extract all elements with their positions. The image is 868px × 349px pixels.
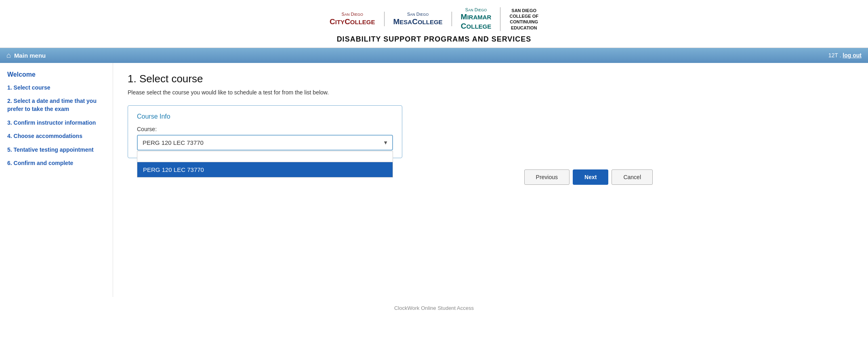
course-dropdown-list[interactable]: PERG 120 LEC 73770 — [137, 151, 393, 178]
navbar-user-label: 12T . — [828, 52, 841, 59]
navbar: ⌂ Main menu 12T . log out — [0, 48, 868, 63]
sidebar-item-step4[interactable]: 4. Choose accommodations — [7, 132, 105, 140]
sidebar-item-step5[interactable]: 5. Tentative testing appointment — [7, 146, 105, 154]
sidebar-item-step2[interactable]: 2. Select a date and time that you prefe… — [7, 97, 105, 113]
sidebar-item-step6[interactable]: 6. Confirm and complete — [7, 159, 105, 167]
header: SAN DIEGO CITYCOLLEGE SAN DIEGO MESACOLL… — [0, 0, 868, 48]
city-college-logo: SAN DIEGO CITYCOLLEGE — [321, 12, 384, 26]
page-description: Please select the course you would like … — [128, 89, 853, 96]
navbar-main-menu[interactable]: ⌂ Main menu — [6, 51, 46, 60]
course-label: Course: — [137, 126, 393, 132]
course-select-wrapper[interactable]: PERG 120 LEC 73770 ▼ PERG 120 LEC 73770 — [137, 135, 393, 150]
course-info-title: Course Info — [137, 113, 393, 120]
course-info-box: Course Info Course: PERG 120 LEC 73770 ▼… — [128, 105, 402, 158]
layout: Welcome 1. Select course 2. Select a dat… — [0, 63, 868, 297]
footer-text: ClockWork Online Student Access — [394, 305, 474, 311]
continuing-education-logo: SAN DIEGO COLLEGE OF CONTINUING EDUCATIO… — [500, 8, 547, 31]
sidebar: Welcome 1. Select course 2. Select a dat… — [0, 63, 113, 297]
page-title: 1. Select course — [128, 73, 853, 85]
navbar-menu-label: Main menu — [14, 52, 46, 59]
logout-link[interactable]: log out — [843, 52, 862, 59]
home-icon: ⌂ — [6, 51, 11, 60]
logos-row: SAN DIEGO CITYCOLLEGE SAN DIEGO MESACOLL… — [8, 7, 860, 31]
cancel-button[interactable]: Cancel — [612, 169, 653, 185]
dropdown-option-selected[interactable]: PERG 120 LEC 73770 — [137, 162, 393, 177]
sidebar-item-step1[interactable]: 1. Select course — [7, 84, 105, 92]
sidebar-item-step3[interactable]: 3. Confirm instructor information — [7, 119, 105, 127]
header-title: DISABILITY SUPPORT PROGRAMS AND SERVICES — [8, 35, 860, 44]
course-select[interactable]: PERG 120 LEC 73770 — [137, 135, 393, 150]
miramar-college-logo: SAN DIEGO MIRAMAR COLLEGE — [452, 7, 501, 31]
next-button[interactable]: Next — [573, 169, 608, 185]
main-content: 1. Select course Please select the cours… — [113, 63, 868, 297]
sidebar-welcome[interactable]: Welcome — [7, 71, 105, 78]
mesa-college-logo: SAN DIEGO MESACOLLEGE — [385, 12, 452, 26]
previous-button[interactable]: Previous — [524, 169, 570, 185]
dropdown-search-input[interactable] — [137, 151, 393, 162]
navbar-user-area: 12T . log out — [828, 52, 862, 59]
footer: ClockWork Online Student Access — [0, 297, 868, 319]
